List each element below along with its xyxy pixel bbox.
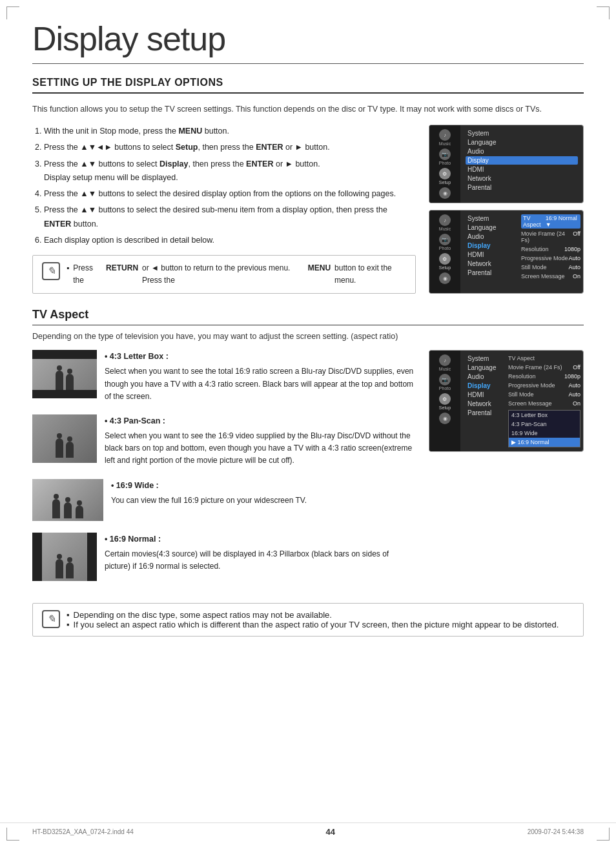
footer-right: 2009-07-24 5:44:38 bbox=[528, 828, 584, 835]
progressive-row: Progressive ModeAuto bbox=[521, 254, 580, 262]
panscan-tv bbox=[32, 414, 97, 463]
person-3a bbox=[52, 499, 60, 518]
panscan-scene bbox=[39, 419, 90, 458]
menu-box-1: ♪ Music 📷 Photo ⚙ Setup ◉ bbox=[429, 125, 584, 203]
disc-icon: ◉ bbox=[439, 187, 451, 199]
person-1a bbox=[56, 371, 63, 390]
disc-icon-3: ◉ bbox=[439, 413, 451, 424]
note-content-1: Press the RETURN or ◄ button to return t… bbox=[67, 262, 406, 287]
wide-scene bbox=[36, 499, 100, 518]
still-mode-row: Still ModeAuto bbox=[521, 263, 580, 271]
letterbox-title: • 4:3 Letter Box : bbox=[105, 350, 416, 363]
pillarbox-left bbox=[32, 533, 42, 581]
dropdown-item-2: 4:3 Pan-Scan bbox=[509, 420, 580, 429]
instructions-list: With the unit in Stop mode, press the ME… bbox=[32, 125, 416, 301]
sidebar-disc-3: ◉ bbox=[439, 413, 451, 424]
menu-display-1: Display bbox=[466, 156, 578, 165]
menu-display-panel-2: TV Aspect Movie Frame (24 Fs)Off Resolut… bbox=[506, 351, 583, 451]
menu-audio-1: Audio bbox=[466, 147, 578, 156]
pillarbox-right bbox=[87, 533, 97, 581]
step-3: Press the ▲▼ buttons to select Display, … bbox=[44, 158, 416, 185]
sidebar-disc: ◉ bbox=[439, 187, 451, 199]
sidebar-music: ♪ Music bbox=[439, 129, 451, 146]
option-wide: • 16:9 Wide : You can view the full 16:9… bbox=[32, 479, 416, 521]
menu-sidebar-1: ♪ Music 📷 Photo ⚙ Setup ◉ bbox=[429, 125, 460, 203]
letterbox-desc: Select when you want to see the total 16… bbox=[105, 365, 416, 403]
note-bullet-1: Press the RETURN or ◄ button to return t… bbox=[67, 262, 406, 287]
aspect-menu-right: ♪ Music 📷 Photo ⚙ Setup ◉ bbox=[429, 350, 584, 592]
menu-parental-1: Parental bbox=[466, 183, 578, 192]
menu-screenshots-right: ♪ Music 📷 Photo ⚙ Setup ◉ bbox=[429, 125, 584, 301]
sidebar-setup-3: ⚙ Setup bbox=[439, 393, 451, 410]
sidebar-photo-3: 📷 Photo bbox=[439, 374, 451, 391]
step-1: With the unit in Stop mode, press the ME… bbox=[44, 125, 416, 138]
wide-tv bbox=[32, 479, 103, 521]
sidebar-music-2: ♪ Music bbox=[439, 214, 451, 231]
gear-icon-2: ⚙ bbox=[439, 253, 451, 265]
menu-content-3: System Language Audio Display HDMI Netwo… bbox=[460, 351, 506, 451]
sidebar-setup: ⚙ Setup bbox=[439, 168, 451, 185]
aspect-options-area: • 4:3 Letter Box : Select when you want … bbox=[32, 350, 584, 592]
tv-aspect-intro: Depending on the type of television you … bbox=[32, 332, 584, 341]
sidebar-setup-label: Setup bbox=[439, 180, 451, 185]
option-panscan: • 4:3 Pan-Scan : Select when you want to… bbox=[32, 414, 416, 467]
person-1b bbox=[66, 374, 74, 390]
resolution-row: Resolution1080p bbox=[521, 245, 580, 253]
person-4a bbox=[56, 559, 63, 578]
wide-title: • 16:9 Wide : bbox=[111, 479, 416, 492]
step-2: Press the ▲▼◄► buttons to select Setup, … bbox=[44, 141, 416, 154]
menu-box-3: ♪ Music 📷 Photo ⚙ Setup ◉ bbox=[429, 350, 584, 452]
letterbox-scene bbox=[32, 359, 97, 390]
letterbox-bar-top bbox=[32, 350, 97, 359]
music-icon: ♪ bbox=[439, 129, 451, 141]
section1-heading: SETTING UP THE DISPLAY OPTIONS bbox=[32, 77, 584, 94]
tv-aspect-row-2: TV Aspect bbox=[508, 354, 580, 362]
menu-content-1: System Language Audio Display HDMI Netwo… bbox=[460, 125, 583, 203]
normal-title: • 16:9 Normal : bbox=[105, 533, 416, 546]
tv-aspect-row: TV Aspect16:9 Normal ▼ bbox=[521, 214, 580, 229]
normal-tv bbox=[32, 533, 97, 581]
movie-frame-row: Movie Frame (24 Fs)Off bbox=[521, 230, 580, 244]
person-2a bbox=[56, 438, 63, 458]
normal-image bbox=[32, 533, 97, 581]
sidebar-photo-label: Photo bbox=[439, 161, 451, 165]
screen-msg-row: Screen MessageOn bbox=[521, 272, 580, 280]
menu-system-1: System bbox=[466, 129, 578, 138]
bottom-note-bullet-1: Depending on the disc type, some aspect … bbox=[67, 610, 574, 620]
note-box-1: ✎ Press the RETURN or ◄ button to return… bbox=[32, 255, 416, 294]
menu-sidebar-3: ♪ Music 📷 Photo ⚙ Setup ◉ bbox=[429, 351, 460, 451]
wide-text: • 16:9 Wide : You can view the full 16:9… bbox=[111, 479, 416, 507]
sidebar-music-label: Music bbox=[439, 141, 451, 146]
menu-display-panel: TV Aspect16:9 Normal ▼ Movie Frame (24 F… bbox=[518, 210, 583, 293]
sidebar-disc-2: ◉ bbox=[439, 272, 451, 284]
page-title: Display setup bbox=[32, 19, 584, 64]
bottom-note-bullet-2: If you select an aspect ratio which is d… bbox=[67, 620, 574, 629]
menu-network-1: Network bbox=[466, 174, 578, 183]
person-2b bbox=[66, 442, 74, 458]
option-letterbox: • 4:3 Letter Box : Select when you want … bbox=[32, 350, 416, 403]
menu-hdmi-1: HDMI bbox=[466, 165, 578, 174]
letterbox-text: • 4:3 Letter Box : Select when you want … bbox=[105, 350, 416, 403]
sidebar-music-3: ♪ Music bbox=[439, 354, 451, 371]
photo-icon-2: 📷 bbox=[439, 234, 451, 245]
page-number: 44 bbox=[326, 827, 335, 837]
photo-icon-3: 📷 bbox=[439, 374, 451, 385]
dropdown-overlay: 4:3 Letter Box 4:3 Pan-Scan 16:9 Wide ▶ … bbox=[508, 410, 580, 447]
section1-intro: This function allows you to setup the TV… bbox=[32, 103, 584, 116]
step-6: Each display option is described in deta… bbox=[44, 234, 416, 247]
instructions-area: With the unit in Stop mode, press the ME… bbox=[32, 125, 584, 301]
menu-box-2: ♪ Music 📷 Photo ⚙ Setup ◉ bbox=[429, 210, 584, 294]
menu-language-1: Language bbox=[466, 138, 578, 147]
steps-list: With the unit in Stop mode, press the ME… bbox=[32, 125, 416, 247]
dropdown-item-4: ▶ 16:9 Normal bbox=[509, 438, 580, 447]
menu-content-2: System Language Audio Display HDMI Netwo… bbox=[460, 210, 518, 293]
panscan-image bbox=[32, 414, 97, 463]
sidebar-photo: 📷 Photo bbox=[439, 148, 451, 165]
note-icon-2: ✎ bbox=[42, 610, 60, 628]
person-3c bbox=[76, 505, 83, 518]
gear-icon-3: ⚙ bbox=[439, 393, 451, 405]
photo-icon: 📷 bbox=[439, 148, 451, 160]
tv-aspect-heading: TV Aspect bbox=[32, 308, 584, 325]
bottom-note-box: ✎ Depending on the disc type, some aspec… bbox=[32, 603, 584, 637]
wide-image bbox=[32, 479, 103, 521]
